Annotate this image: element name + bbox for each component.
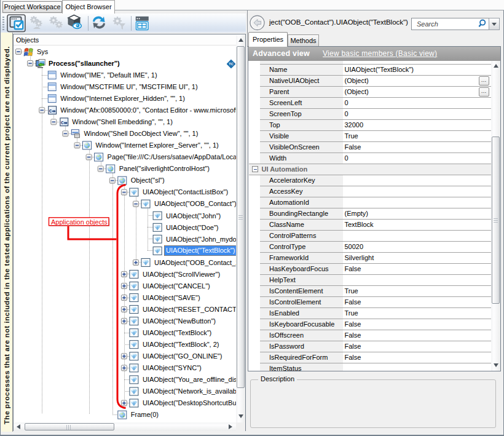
svg-text:c: c: [61, 119, 64, 125]
svg-text:c: c: [49, 108, 52, 114]
svg-text:TC: TC: [229, 62, 233, 66]
